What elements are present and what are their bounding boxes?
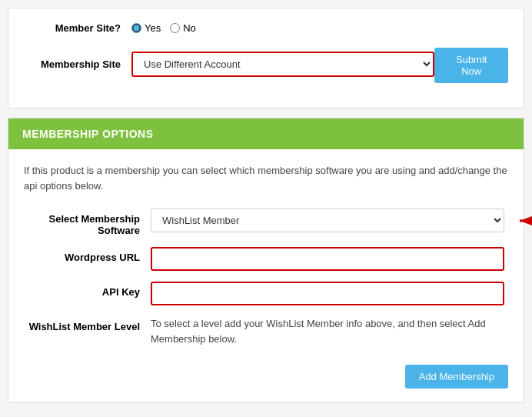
api-key-label: API Key xyxy=(24,282,151,298)
api-key-row: API Key xyxy=(24,282,508,305)
wordpress-url-row: Wordpress URL xyxy=(24,247,508,271)
membership-options-header: MEMBERSHIP OPTIONS xyxy=(8,118,524,149)
membership-info-text: If this product is a membership you can … xyxy=(24,163,508,193)
select-software-label: Select MembershipSoftware xyxy=(24,208,151,236)
wishlist-level-label: WishList Member Level xyxy=(24,316,151,332)
member-site-label: Member Site? xyxy=(24,22,131,34)
radio-no-label[interactable]: No xyxy=(170,22,196,34)
membership-site-row: Membership Site Use Different Account Su… xyxy=(24,45,508,83)
wishlist-level-description: To select a level add your WishList Memb… xyxy=(151,316,504,346)
submit-now-button[interactable]: Submit Now xyxy=(434,48,508,83)
top-section: Member Site? Yes No Membership Site Use … xyxy=(8,8,524,108)
radio-no[interactable] xyxy=(170,23,180,33)
add-membership-button[interactable]: Add Membership xyxy=(405,365,508,389)
radio-yes[interactable] xyxy=(131,23,141,33)
membership-options-section: MEMBERSHIP OPTIONS If this product is a … xyxy=(8,118,524,403)
select-software-dropdown[interactable]: WishList Member xyxy=(151,208,504,232)
radio-yes-label[interactable]: Yes xyxy=(131,22,161,34)
wordpress-url-label: Wordpress URL xyxy=(24,247,151,263)
select-software-row: Select MembershipSoftware WishList Membe… xyxy=(24,208,508,236)
yes-label-text: Yes xyxy=(145,22,161,34)
add-membership-row: Add Membership xyxy=(24,357,508,389)
select-software-wrapper: WishList Member xyxy=(151,208,504,232)
no-label-text: No xyxy=(183,22,196,34)
api-key-input[interactable] xyxy=(151,282,504,305)
wishlist-level-row: WishList Member Level To select a level … xyxy=(24,316,508,346)
wordpress-url-input[interactable] xyxy=(151,247,504,271)
member-site-row: Member Site? Yes No xyxy=(24,22,508,34)
membership-site-dropdown[interactable]: Use Different Account xyxy=(131,52,434,77)
red-arrow-icon xyxy=(512,205,532,236)
membership-options-body: If this product is a membership you can … xyxy=(8,149,524,402)
member-site-radio-group: Yes No xyxy=(131,22,196,34)
membership-site-label: Membership Site xyxy=(24,58,131,70)
